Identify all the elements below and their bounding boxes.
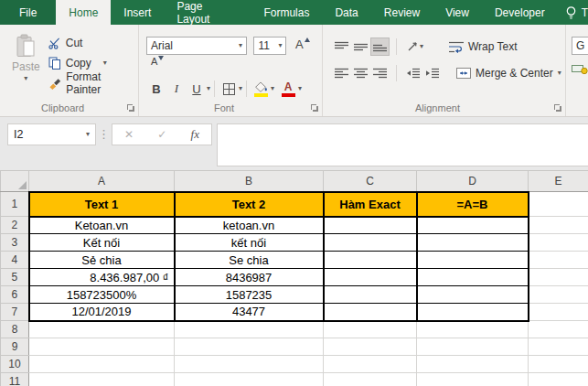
format-painter-button[interactable]: Format Painter: [47, 73, 138, 93]
decrease-indent-button[interactable]: [403, 64, 422, 82]
formula-input[interactable]: [217, 123, 588, 166]
cell-B3[interactable]: kết nối: [175, 234, 324, 252]
align-center-button[interactable]: [351, 64, 370, 82]
number-format-combobox[interactable]: G: [572, 37, 588, 55]
font-size-combobox[interactable]: 11 ▾: [253, 37, 286, 55]
font-name-combobox[interactable]: Arial ▾: [146, 37, 247, 55]
cell-D10[interactable]: [417, 356, 529, 373]
align-right-button[interactable]: [370, 64, 390, 82]
cell-E4[interactable]: [529, 252, 588, 269]
cell-A7[interactable]: 12/01/2019: [29, 304, 175, 321]
cell-C9[interactable]: [324, 338, 417, 356]
merge-center-button[interactable]: Merge & Center ▾: [456, 67, 561, 80]
tab-data[interactable]: Data: [322, 0, 370, 25]
cell-D2[interactable]: [417, 217, 529, 234]
row-header-1[interactable]: 1: [1, 192, 29, 217]
cell-C7[interactable]: [324, 304, 417, 321]
cell-B10[interactable]: [175, 356, 324, 373]
font-dialog-launcher-icon[interactable]: [311, 104, 318, 112]
row-header-11[interactable]: 11: [1, 373, 29, 386]
cell-E9[interactable]: [529, 338, 588, 356]
column-header-A[interactable]: A: [29, 171, 175, 192]
tab-insert[interactable]: Insert: [111, 0, 164, 25]
cell-D4[interactable]: [417, 252, 529, 269]
cell-D7[interactable]: [417, 304, 529, 321]
row-header-4[interactable]: 4: [1, 252, 29, 269]
row-header-9[interactable]: 9: [1, 338, 29, 356]
tab-developer[interactable]: Developer: [482, 0, 558, 25]
top-align-button[interactable]: [332, 38, 351, 56]
cell-A2[interactable]: Ketoan.vn: [29, 217, 175, 234]
cell-B1[interactable]: Text 2: [175, 192, 324, 217]
row-header-6[interactable]: 6: [1, 286, 29, 304]
italic-button[interactable]: I: [166, 80, 187, 98]
increase-indent-button[interactable]: [422, 64, 442, 82]
borders-button[interactable]: [219, 80, 239, 98]
cell-D8[interactable]: [417, 321, 529, 338]
font-color-button[interactable]: A: [278, 80, 298, 98]
increase-font-size-button[interactable]: A: [295, 37, 310, 51]
column-header-C[interactable]: C: [324, 171, 417, 192]
cell-E10[interactable]: [529, 356, 588, 373]
underline-button[interactable]: U: [187, 80, 207, 98]
cell-E2[interactable]: [529, 217, 588, 234]
cell-D6[interactable]: [417, 286, 529, 304]
middle-align-button[interactable]: [351, 38, 370, 56]
cell-B11[interactable]: [175, 373, 324, 386]
cell-C2[interactable]: [324, 217, 417, 234]
cell-C4[interactable]: [324, 252, 417, 269]
cell-A10[interactable]: [29, 356, 175, 373]
cell-E6[interactable]: [529, 286, 588, 304]
cell-A9[interactable]: [29, 338, 175, 356]
bold-button[interactable]: B: [146, 80, 166, 98]
cell-E7[interactable]: [529, 304, 588, 321]
cell-A1[interactable]: Text 1: [29, 192, 175, 217]
cell-B9[interactable]: [175, 338, 324, 356]
row-header-5[interactable]: 5: [1, 269, 29, 286]
cell-C3[interactable]: [324, 234, 417, 252]
cancel-button[interactable]: ✕: [124, 128, 134, 141]
cell-A8[interactable]: [29, 321, 175, 338]
row-header-2[interactable]: 2: [1, 217, 29, 234]
row-header-7[interactable]: 7: [1, 304, 29, 321]
orientation-button[interactable]: ▾: [403, 38, 427, 56]
tab-page-layout[interactable]: Page Layout: [164, 0, 251, 25]
tell-me-button[interactable]: T: [558, 0, 588, 25]
name-box[interactable]: I2 ▾: [7, 123, 96, 145]
cell-D5[interactable]: [417, 269, 529, 286]
row-header-3[interactable]: 3: [1, 234, 29, 252]
cell-D9[interactable]: [417, 338, 529, 356]
cell-A3[interactable]: Kết nối: [29, 234, 175, 252]
cell-B4[interactable]: Se chia: [175, 252, 324, 269]
tab-review[interactable]: Review: [371, 0, 433, 25]
cell-C6[interactable]: [324, 286, 417, 304]
clipboard-dialog-launcher-icon[interactable]: [127, 104, 134, 112]
tab-formulas[interactable]: Formulas: [251, 0, 322, 25]
column-header-B[interactable]: B: [175, 171, 324, 192]
accounting-format-icon[interactable]: [572, 63, 588, 75]
tab-view[interactable]: View: [433, 0, 482, 25]
cell-A5[interactable]: 8.436.987,00 ₫: [29, 269, 175, 286]
tab-file[interactable]: File: [0, 0, 56, 25]
tab-home[interactable]: Home: [56, 0, 111, 25]
cell-B7[interactable]: 43477: [175, 304, 324, 321]
cell-A4[interactable]: Sẻ chia: [29, 252, 175, 269]
insert-function-button[interactable]: fx: [191, 127, 199, 142]
cell-E5[interactable]: [529, 269, 588, 286]
decrease-font-size-button[interactable]: A: [151, 55, 164, 67]
column-header-D[interactable]: D: [417, 171, 529, 192]
cell-B2[interactable]: ketoan.vn: [175, 217, 324, 234]
row-header-10[interactable]: 10: [1, 356, 29, 373]
alignment-dialog-launcher-icon[interactable]: [554, 104, 561, 112]
enter-button[interactable]: ✓: [157, 128, 166, 141]
cell-A11[interactable]: [29, 373, 175, 386]
bottom-align-button[interactable]: [370, 38, 390, 56]
cell-D11[interactable]: [417, 373, 529, 386]
cut-button[interactable]: Cut: [47, 33, 138, 53]
cell-C1[interactable]: Hàm Exact: [324, 192, 417, 217]
column-header-E[interactable]: E: [529, 171, 588, 192]
cell-B8[interactable]: [175, 321, 324, 338]
cell-E8[interactable]: [529, 321, 588, 338]
cell-C5[interactable]: [324, 269, 417, 286]
cell-A6[interactable]: 158723500%: [29, 286, 175, 304]
